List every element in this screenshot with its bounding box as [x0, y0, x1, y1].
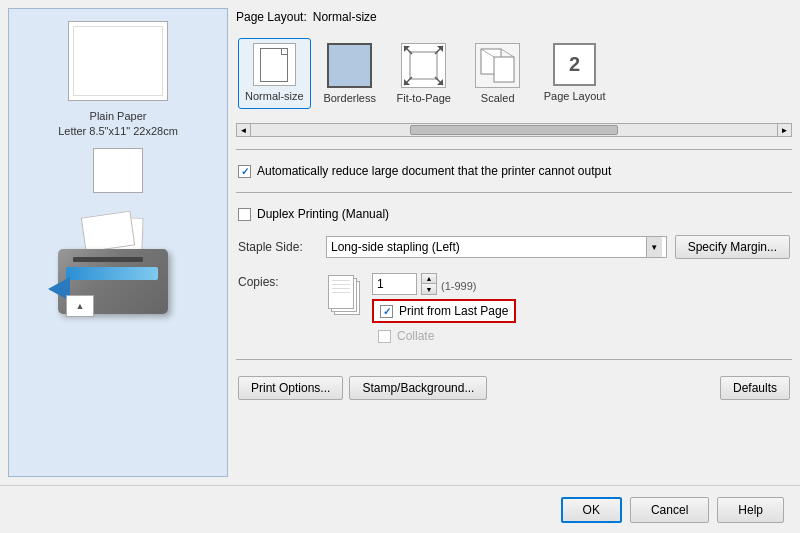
page-layout-icon: 2 — [553, 43, 596, 86]
svg-line-12 — [501, 49, 514, 57]
scaled-icon — [475, 43, 520, 88]
copies-spinner-up[interactable]: ▲ — [422, 274, 436, 284]
normal-size-icon — [253, 43, 296, 86]
svg-rect-0 — [410, 52, 437, 79]
collate-row: Collate — [372, 327, 516, 345]
separator-2 — [236, 192, 792, 193]
copies-section: Copies: — [236, 269, 792, 349]
page-layout-header: Page Layout: Normal-size — [236, 8, 792, 26]
page-layout-value: Normal-size — [313, 10, 377, 24]
paper-preview — [68, 21, 168, 101]
layout-option-page-layout[interactable]: 2 Page Layout — [537, 38, 613, 109]
layout-option-borderless[interactable]: Borderless — [315, 38, 385, 109]
copies-controls: ▲ ▼ (1-999) Print from Last Page Collate — [372, 273, 516, 345]
right-panel: Page Layout: Normal-size Normal-size — [236, 8, 792, 477]
print-last-page-label: Print from Last Page — [399, 304, 508, 318]
scaled-svg — [476, 44, 519, 87]
copies-input[interactable] — [372, 273, 417, 295]
auto-reduce-label: Automatically reduce large document that… — [257, 164, 611, 178]
printer-illustration: ▲ — [48, 209, 188, 319]
print-last-page-row: Print from Last Page — [372, 299, 516, 323]
normal-size-label: Normal-size — [245, 90, 304, 102]
collate-checkbox[interactable] — [378, 330, 391, 343]
layout-option-fit-to-page[interactable]: Fit-to-Page — [389, 38, 459, 109]
copies-pages-icon — [326, 275, 364, 325]
duplex-label: Duplex Printing (Manual) — [257, 207, 389, 221]
copies-spinner-down[interactable]: ▼ — [422, 284, 436, 294]
copies-range: (1-999) — [441, 277, 476, 292]
specify-margin-button[interactable]: Specify Margin... — [675, 235, 790, 259]
paper-type: Plain Paper — [58, 109, 178, 124]
page-layout-label: Page Layout: — [236, 10, 307, 24]
stamp-background-button[interactable]: Stamp/Background... — [349, 376, 487, 400]
staple-side-value: Long-side stapling (Left) — [331, 240, 646, 254]
fit-arrows-svg — [402, 44, 445, 87]
paper-info: Plain Paper Letter 8.5"x11" 22x28cm — [58, 109, 178, 140]
fit-to-page-label: Fit-to-Page — [396, 92, 450, 104]
fit-to-page-icon — [401, 43, 446, 88]
auto-reduce-row: Automatically reduce large document that… — [236, 160, 792, 182]
print-dialog: Plain Paper Letter 8.5"x11" 22x28cm — [0, 0, 800, 533]
paper-size: Letter 8.5"x11" 22x28cm — [58, 124, 178, 139]
duplex-checkbox[interactable] — [238, 208, 251, 221]
layout-option-scaled[interactable]: Scaled — [463, 38, 533, 109]
page-layout-label-opt: Page Layout — [544, 90, 606, 102]
borderless-icon — [327, 43, 372, 88]
print-last-page-checkbox[interactable] — [380, 305, 393, 318]
collate-label: Collate — [397, 329, 434, 343]
borderless-label: Borderless — [323, 92, 376, 104]
scroll-thumb[interactable] — [410, 125, 619, 135]
bottom-bar: OK Cancel Help — [0, 485, 800, 533]
staple-side-label: Staple Side: — [238, 240, 318, 254]
copies-input-row: ▲ ▼ (1-999) — [372, 273, 516, 295]
separator-1 — [236, 149, 792, 150]
layout-option-normal-size[interactable]: Normal-size — [238, 38, 311, 109]
svg-rect-10 — [494, 57, 514, 82]
cancel-button[interactable]: Cancel — [630, 497, 709, 523]
staple-side-dropdown-arrow: ▼ — [646, 237, 662, 257]
copies-label: Copies: — [238, 273, 318, 289]
left-panel: Plain Paper Letter 8.5"x11" 22x28cm — [8, 8, 228, 477]
scaled-label: Scaled — [481, 92, 515, 104]
duplex-row: Duplex Printing (Manual) — [236, 203, 792, 225]
ok-button[interactable]: OK — [561, 497, 622, 523]
action-buttons: Print Options... Stamp/Background... Def… — [236, 370, 792, 406]
staple-side-dropdown[interactable]: Long-side stapling (Left) ▼ — [326, 236, 667, 258]
help-button[interactable]: Help — [717, 497, 784, 523]
print-options-button[interactable]: Print Options... — [238, 376, 343, 400]
layout-options-container: Normal-size Borderless — [236, 32, 792, 115]
scroll-left-arrow[interactable]: ◄ — [237, 124, 251, 136]
scroll-track[interactable] — [251, 124, 777, 136]
staple-side-row: Staple Side: Long-side stapling (Left) ▼… — [236, 231, 792, 263]
copies-spinner: ▲ ▼ — [421, 273, 437, 295]
small-paper-preview — [93, 148, 143, 193]
defaults-button[interactable]: Defaults — [720, 376, 790, 400]
auto-reduce-checkbox[interactable] — [238, 165, 251, 178]
scroll-right-arrow[interactable]: ► — [777, 124, 791, 136]
separator-3 — [236, 359, 792, 360]
horizontal-scrollbar[interactable]: ◄ ► — [236, 123, 792, 137]
